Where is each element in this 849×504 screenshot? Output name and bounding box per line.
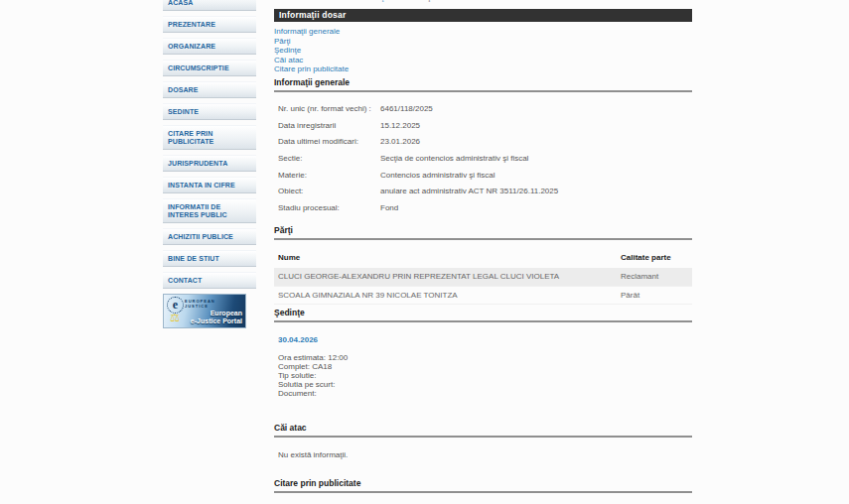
field-label: Sectie:: [274, 154, 380, 163]
sidebar-item-organizare[interactable]: ORGANIZARE: [163, 38, 256, 55]
field-label: Materie:: [274, 171, 380, 180]
party-name: SCOALA GIMNAZIALA NR 39 NICOLAE TONITZA: [274, 291, 621, 300]
breadcrumb-separator: »: [295, 0, 305, 2]
sidebar-item-bine-de-stiut[interactable]: BINE DE STIUT: [163, 250, 256, 267]
breadcrumb-link-portal[interactable]: Portal: [274, 0, 295, 2]
heading-informatii-generale: Informaţii generale: [274, 78, 692, 92]
sidebar-item-achizitii-publice[interactable]: ACHIZITII PUBLICE: [163, 228, 256, 245]
breadcrumb-separator: »: [390, 0, 400, 2]
hearing-detail-ora-estimata: Ora estimata: 12:00: [278, 353, 348, 362]
table-row: CLUCI GEORGE-ALEXANDRU PRIN REPREZENTAT …: [274, 268, 692, 287]
field-label: Data inregistrarii: [274, 121, 380, 130]
breadcrumb: Portal»Tribunalul CONSTANŢA»Informaţii d…: [274, 0, 456, 3]
parties-table: Nume Calitate parte CLUCI GEORGE-ALEXAND…: [274, 248, 692, 305]
quick-link-cai-atac[interactable]: Căi atac: [274, 56, 349, 65]
field-label: Obiect:: [274, 187, 380, 195]
field-label: Data ultimei modificari:: [274, 137, 380, 146]
field-row-sectie: Sectie: Secţia de contencios administrat…: [274, 154, 692, 171]
field-row-obiect: Obiect: anulare act administrativ ACT NR…: [274, 187, 692, 203]
heading-cai-atac: Căi atac: [274, 424, 692, 438]
quick-link-parti[interactable]: Părţi: [274, 37, 349, 47]
ejustice-portal-label: European e-Justice Portal: [191, 310, 242, 325]
field-label: Nr. unic (nr. format vechi) :: [274, 104, 380, 113]
field-row-data-inregistrarii: Data inregistrarii 15.12.2025: [274, 121, 692, 138]
party-name: CLUCI GEORGE-ALEXANDRU PRIN REPREZENTAT …: [274, 272, 621, 281]
heading-sedinte: Şedinţe: [274, 309, 692, 322]
heading-parti: Părţi: [274, 226, 692, 240]
hearing-details: Ora estimata: 12:00 Complet: CA18 Tip so…: [278, 353, 348, 398]
field-row-materie: Materie: Contencios administrativ şi fis…: [274, 171, 692, 188]
sidebar-item-citare-prin-publicitate[interactable]: CITARE PRIN PUBLICITATE: [163, 125, 256, 150]
no-info-text: Nu există informaţii.: [278, 450, 348, 459]
quick-link-informatii-generale[interactable]: Informaţii generale: [274, 27, 349, 37]
section-quick-links: Informaţii generale Părţi Şedinţe Căi at…: [274, 27, 349, 74]
sidebar-item-sedinte[interactable]: SEDINTE: [163, 103, 256, 120]
field-value: Secţia de contencios administrativ şi fi…: [380, 154, 692, 163]
sidebar-item-instanta-in-cifre[interactable]: INSTANTA IN CIFRE: [163, 177, 256, 193]
sidebar-item-prezentare[interactable]: PREZENTARE: [163, 16, 256, 33]
column-header-calitate-parte: Calitate parte: [621, 253, 692, 262]
parties-table-header: Nume Calitate parte: [274, 248, 692, 268]
hearing-detail-tip-solutie: Tip solutie:: [278, 371, 348, 380]
hearing-detail-solutia-pe-scurt: Solutia pe scurt:: [278, 380, 348, 389]
breadcrumb-link-tribunal[interactable]: Tribunalul CONSTANŢA: [305, 0, 390, 2]
sidebar-item-circumscriptie[interactable]: CIRCUMSCRIPTIE: [163, 60, 256, 76]
ejustice-tiny-label: EUROPEAN JUSTICE: [185, 299, 215, 309]
field-value: Contencios administrativ şi fiscal: [380, 171, 692, 180]
field-label: Stadiu procesual:: [274, 203, 380, 212]
page-title-bar: Informaţii dosar: [274, 9, 692, 22]
field-value: anulare act administrativ ACT NR 3511/26…: [380, 187, 692, 195]
ejustice-label-line1: European: [211, 310, 242, 316]
hearing-detail-complet: Complet: CA18: [278, 362, 348, 371]
sidebar-item-contact[interactable]: CONTACT: [163, 272, 256, 289]
field-value: 6461/118/2025: [380, 104, 692, 113]
hearing-date-link[interactable]: 30.04.2026: [278, 335, 318, 344]
heading-citare-prin-publicitate: Citare prin publicitate: [274, 479, 692, 493]
column-header-nume: Nume: [274, 253, 621, 262]
quick-link-citare-prin-publicitate[interactable]: Citare prin publicitate: [274, 64, 349, 74]
field-value: 23.01.2026: [380, 137, 692, 146]
sidebar-item-jurisprudenta[interactable]: JURISPRUDENTA: [163, 155, 256, 172]
field-value: Fond: [380, 203, 692, 212]
field-row-stadiu-procesual: Stadiu procesual: Fond: [274, 203, 692, 220]
sidebar-item-acasa[interactable]: ACASA: [163, 0, 256, 11]
quick-link-sedinte[interactable]: Şedinţe: [274, 46, 349, 56]
scales-of-justice-icon: ⚖: [170, 312, 180, 323]
party-quality: Reclamant: [621, 272, 692, 281]
sidebar-item-dosare[interactable]: DOSARE: [163, 81, 256, 98]
table-row: SCOALA GIMNAZIALA NR 39 NICOLAE TONITZA …: [274, 287, 692, 306]
ejustice-label-line2: e-Justice Portal: [191, 317, 242, 324]
hearing-detail-document: Document:: [278, 389, 348, 398]
case-info-fields: Nr. unic (nr. format vechi) : 6461/118/2…: [274, 104, 692, 220]
field-value: 15.12.2025: [380, 121, 692, 130]
ejustice-tiny-line2: JUSTICE: [185, 304, 209, 309]
party-quality: Pârât: [621, 291, 692, 300]
ejustice-portal-banner[interactable]: e EUROPEAN JUSTICE ⚖ European e-Justice …: [163, 294, 246, 328]
sidebar-item-informatii-de-interes-public[interactable]: INFORMATII DE INTERES PUBLIC: [163, 198, 256, 223]
breadcrumb-current: Informaţii dosar: [401, 0, 456, 2]
field-row-data-ultimei-modificari: Data ultimei modificari: 23.01.2026: [274, 137, 692, 154]
sidebar: ACASA PREZENTARE ORGANIZARE CIRCUMSCRIPT…: [163, 0, 256, 328]
field-row-nr-unic: Nr. unic (nr. format vechi) : 6461/118/2…: [274, 104, 692, 121]
